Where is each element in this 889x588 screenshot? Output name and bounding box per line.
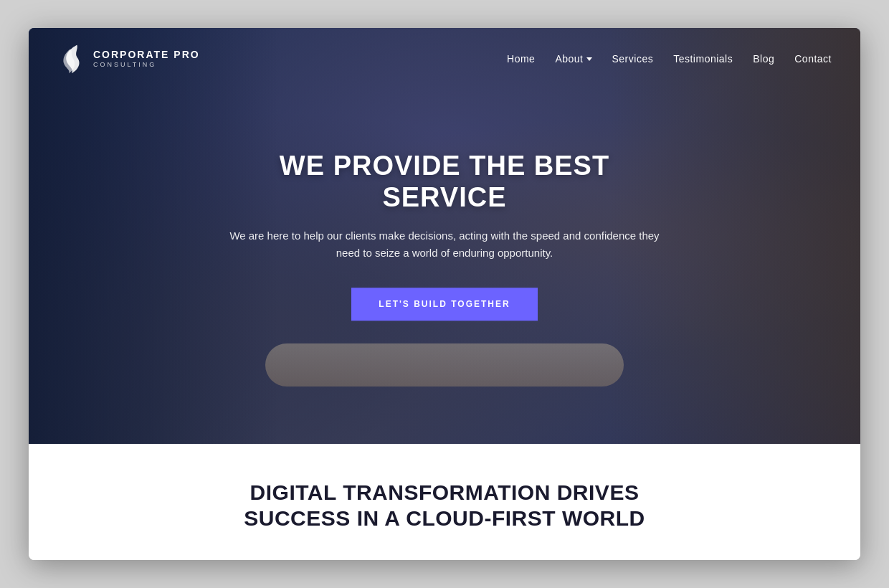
below-hero-title-line2: SUCCESS IN A CLOUD-FIRST WORLD [244,506,645,530]
logo-icon [57,42,85,75]
hero-content: WE PROVIDE THE BEST SERVICE We are here … [222,151,667,321]
hero-subtitle: We are here to help our clients make dec… [222,228,667,262]
nav-links: Home About Services Testimonials Blog [507,52,832,65]
nav-item-blog[interactable]: Blog [753,52,774,65]
nav-item-services[interactable]: Services [612,52,654,65]
nav-item-contact[interactable]: Contact [794,52,832,65]
logo-link[interactable]: CORPORATE PRO CONSULTING [57,42,200,75]
hero-section: CORPORATE PRO CONSULTING Home About Serv… [29,28,860,444]
logo-tagline: CONSULTING [93,61,200,68]
meeting-table-decoration [265,343,624,387]
below-hero-section: DIGITAL TRANSFORMATION DRIVES SUCCESS IN… [29,444,860,560]
nav-about-label: About [555,53,583,65]
nav-item-home[interactable]: Home [507,52,535,65]
nav-link-contact[interactable]: Contact [794,53,832,65]
nav-link-home[interactable]: Home [507,53,535,65]
logo-text: CORPORATE PRO CONSULTING [93,49,200,68]
hero-cta-button[interactable]: LET'S BUILD TOGETHER [351,288,537,321]
below-hero-title-line1: DIGITAL TRANSFORMATION DRIVES [250,480,640,504]
nav-link-blog[interactable]: Blog [753,53,774,65]
below-hero-title: DIGITAL TRANSFORMATION DRIVES SUCCESS IN… [57,480,832,531]
logo-company-name: CORPORATE PRO [93,49,200,61]
navbar: CORPORATE PRO CONSULTING Home About Serv… [29,28,860,89]
nav-link-about[interactable]: About [555,53,591,65]
nav-link-testimonials[interactable]: Testimonials [673,53,733,65]
nav-item-about[interactable]: About [555,53,591,65]
browser-frame: CORPORATE PRO CONSULTING Home About Serv… [29,28,860,560]
chevron-down-icon [586,57,592,61]
hero-title: WE PROVIDE THE BEST SERVICE [222,151,667,213]
nav-item-testimonials[interactable]: Testimonials [673,52,733,65]
nav-link-services[interactable]: Services [612,53,654,65]
